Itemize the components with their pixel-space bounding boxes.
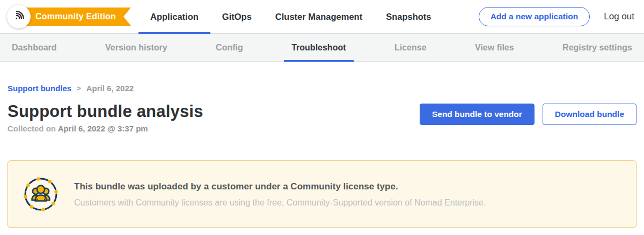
bundle-actions: Send bundle to vendor Download bundle — [420, 104, 636, 125]
add-new-application-button[interactable]: Add a new application — [479, 7, 590, 26]
subnav-license[interactable]: License — [387, 34, 434, 61]
tab-application[interactable]: Application — [138, 0, 210, 33]
alert-text-block: This bundle was uploaded by a customer u… — [74, 181, 486, 208]
header-right: Add a new application Log out — [479, 0, 644, 33]
subnav-dashboard[interactable]: Dashboard — [4, 34, 64, 61]
community-edition-badge: Community Edition — [18, 8, 131, 26]
tab-cluster-management[interactable]: Cluster Management — [264, 0, 374, 33]
subnav-view-files[interactable]: View files — [467, 34, 522, 61]
replicated-logo-icon — [12, 9, 26, 25]
tab-snapshots[interactable]: Snapshots — [374, 0, 443, 33]
alert-title: This bundle was uploaded by a customer u… — [74, 181, 486, 192]
breadcrumb: Support bundles > April 6, 2022 — [8, 84, 636, 93]
community-license-alert: This bundle was uploaded by a customer u… — [8, 160, 636, 228]
download-bundle-button[interactable]: Download bundle — [543, 104, 636, 125]
alert-subtitle: Customers with Community licenses are us… — [74, 198, 486, 208]
primary-nav: Application GitOps Cluster Management Sn… — [138, 0, 443, 33]
collected-on-line: Collected on April 6, 2022 @ 3:37 pm — [8, 124, 203, 133]
subnav-config[interactable]: Config — [208, 34, 251, 61]
title-block: Support bundle analysis Collected on Apr… — [8, 102, 203, 133]
breadcrumb-support-bundles[interactable]: Support bundles — [8, 84, 71, 93]
subnav-troubleshoot[interactable]: Troubleshoot — [284, 34, 353, 61]
collected-date: April 6, 2022 @ 3:37 pm — [58, 124, 148, 133]
collected-prefix: Collected on — [8, 124, 58, 133]
app-logo[interactable] — [7, 5, 31, 28]
send-bundle-to-vendor-button[interactable]: Send bundle to vendor — [420, 104, 535, 125]
brand-area: Community Edition — [0, 0, 138, 33]
subnav-registry-settings[interactable]: Registry settings — [555, 34, 640, 61]
breadcrumb-separator: > — [77, 84, 81, 92]
breadcrumb-current-bundle: April 6, 2022 — [86, 84, 134, 93]
title-row: Support bundle analysis Collected on Apr… — [8, 102, 636, 133]
top-header: Community Edition Application GitOps Clu… — [0, 0, 644, 34]
page-title: Support bundle analysis — [8, 102, 203, 121]
logout-link[interactable]: Log out — [604, 11, 634, 22]
tab-gitops[interactable]: GitOps — [210, 0, 264, 33]
community-people-icon — [23, 177, 58, 212]
app-subnav: Dashboard Version history Config Trouble… — [0, 34, 644, 62]
main-content: Support bundles > April 6, 2022 Support … — [0, 84, 644, 228]
subnav-version-history[interactable]: Version history — [98, 34, 175, 61]
